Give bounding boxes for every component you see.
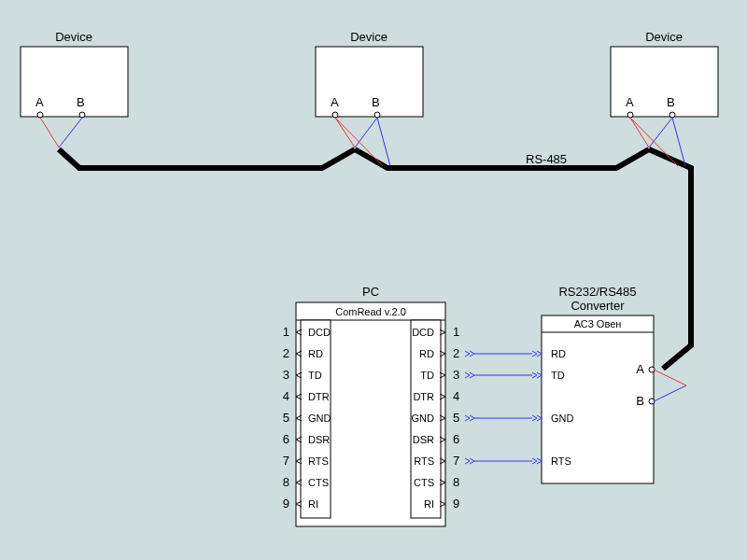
- svg-line-59: [654, 370, 686, 385]
- svg-text:9: 9: [453, 497, 459, 511]
- svg-line-10: [649, 118, 672, 147]
- device-1-port-a: [37, 112, 43, 118]
- svg-text:CTS: CTS: [414, 477, 434, 488]
- device-3-port-a: [627, 112, 633, 118]
- svg-text:TD: TD: [551, 370, 565, 381]
- svg-text:RTS: RTS: [551, 455, 571, 467]
- svg-text:RI: RI: [424, 498, 434, 510]
- device-2-title: Device: [350, 30, 388, 44]
- svg-line-5: [335, 118, 355, 147]
- svg-text:1: 1: [453, 325, 459, 339]
- svg-text:GND: GND: [551, 413, 574, 424]
- serial-cable: [474, 354, 532, 461]
- converter-block: RS232/RS485 Converter АС3 Овен RD TD GND…: [532, 285, 655, 483]
- converter-subtitle: АС3 Овен: [574, 318, 622, 329]
- pc-subtitle: ComRead v.2.0: [335, 306, 406, 317]
- pc-out-chevrons: [465, 351, 474, 464]
- svg-line-3: [40, 118, 59, 147]
- device-2-port-a-label: A: [331, 95, 339, 109]
- wiring-diagram: Device A B Device A B Device A B RS-485: [0, 0, 747, 560]
- device-2-port-a: [332, 112, 338, 118]
- device-1-title: Device: [55, 30, 92, 44]
- device-3: Device A B: [611, 30, 718, 118]
- device-2-port-b-label: B: [372, 95, 380, 109]
- svg-text:DCD: DCD: [308, 327, 331, 338]
- device-2: Device A B: [316, 30, 423, 118]
- svg-text:8: 8: [453, 475, 459, 489]
- svg-text:7: 7: [453, 454, 459, 468]
- svg-text:3: 3: [283, 368, 289, 382]
- svg-text:CTS: CTS: [308, 477, 329, 488]
- svg-line-6: [355, 118, 377, 147]
- svg-text:RD: RD: [419, 348, 434, 359]
- svg-text:DSR: DSR: [413, 434, 434, 445]
- svg-text:TD: TD: [308, 370, 322, 381]
- svg-text:RTS: RTS: [308, 455, 329, 467]
- device-1-port-a-label: A: [35, 95, 44, 109]
- svg-text:6: 6: [453, 432, 459, 446]
- device-3-port-b: [669, 112, 675, 118]
- svg-line-4: [59, 118, 82, 147]
- svg-text:DTR: DTR: [308, 391, 330, 402]
- device-3-port-b-label: B: [667, 95, 675, 109]
- svg-text:9: 9: [283, 497, 289, 511]
- device-3-port-a-label: A: [626, 95, 634, 109]
- svg-text:5: 5: [453, 411, 459, 425]
- svg-text:RTS: RTS: [414, 455, 434, 467]
- svg-text:2: 2: [453, 346, 459, 360]
- svg-text:1: 1: [283, 325, 289, 339]
- rs485-bus-label: RS-485: [526, 152, 567, 166]
- svg-text:GND: GND: [412, 413, 435, 424]
- svg-text:RD: RD: [308, 348, 323, 359]
- svg-text:DCD: DCD: [412, 327, 434, 338]
- device-2-port-b: [374, 112, 380, 118]
- svg-text:RI: RI: [308, 498, 318, 510]
- svg-text:3: 3: [453, 368, 459, 382]
- converter-title-line1: RS232/RS485: [558, 285, 636, 299]
- pc-title: PC: [362, 285, 379, 299]
- svg-text:7: 7: [283, 454, 289, 468]
- svg-text:RD: RD: [551, 348, 566, 359]
- converter-port-b-label: B: [636, 394, 644, 408]
- device-3-title: Device: [645, 30, 683, 44]
- svg-line-60: [654, 385, 686, 401]
- converter-title-line2: Converter: [571, 299, 625, 313]
- svg-text:4: 4: [453, 389, 459, 403]
- converter-drops: [654, 370, 686, 401]
- svg-line-9: [630, 118, 649, 147]
- svg-text:4: 4: [283, 389, 289, 403]
- svg-text:TD: TD: [420, 370, 434, 381]
- svg-text:6: 6: [283, 432, 289, 446]
- pc-block: PC ComRead v.2.0: [296, 285, 445, 526]
- device-1-port-b: [79, 112, 85, 118]
- device-1: Device A B: [21, 30, 128, 118]
- svg-text:DSR: DSR: [308, 434, 330, 445]
- svg-text:2: 2: [283, 346, 289, 360]
- svg-line-8: [377, 118, 390, 166]
- device-1-port-b-label: B: [77, 95, 85, 109]
- device-drops: [40, 118, 685, 166]
- svg-text:DTR: DTR: [413, 391, 434, 402]
- svg-text:8: 8: [283, 475, 289, 489]
- converter-port-a-label: A: [636, 362, 644, 376]
- svg-text:GND: GND: [308, 413, 331, 424]
- svg-text:5: 5: [283, 411, 289, 425]
